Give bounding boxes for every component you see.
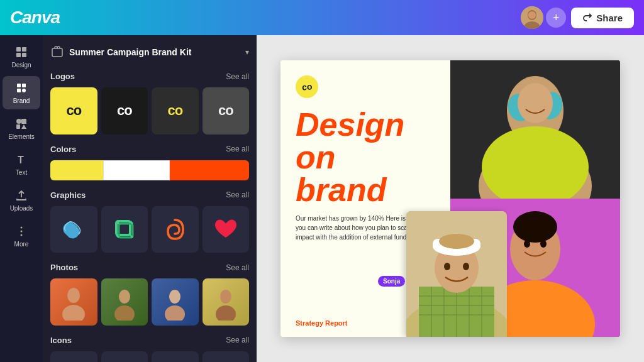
- svg-point-31: [165, 305, 185, 321]
- logo-co-text-4: co: [218, 102, 233, 119]
- headline-line2: on brand: [296, 141, 435, 206]
- sidebar-item-brand[interactable]: Brand: [3, 76, 40, 109]
- brand-panel: Summer Campaign Brand Kit ▾ Logos See al…: [43, 35, 257, 362]
- svg-point-42: [518, 83, 553, 123]
- canvas-area: co Design on brand Our market has grown …: [257, 35, 644, 362]
- logo-item-black[interactable]: co: [101, 87, 148, 134]
- icon-item-document[interactable]: [203, 351, 250, 363]
- photo-item-1[interactable]: [50, 278, 97, 326]
- logos-section-header: Logos See all: [50, 72, 249, 81]
- photos-title: Photos: [50, 263, 78, 272]
- more-icon: [14, 224, 28, 238]
- canvas-top-right-photo: [450, 60, 620, 199]
- sidebar-item-more[interactable]: More: [3, 219, 40, 253]
- app-header: Canva + Share: [0, 0, 644, 35]
- brand-label: Brand: [13, 97, 30, 104]
- svg-point-17: [21, 231, 23, 233]
- add-collaborator-button[interactable]: +: [546, 8, 566, 28]
- chevron-down-icon: ▾: [245, 48, 249, 57]
- design-icon: [14, 45, 28, 59]
- graphics-see-all[interactable]: See all: [226, 190, 249, 199]
- icon-item-heart[interactable]: [101, 351, 148, 363]
- graphics-title: Graphics: [50, 190, 86, 200]
- avatar[interactable]: [521, 6, 543, 29]
- svg-rect-7: [22, 53, 26, 57]
- sidebar-item-uploads[interactable]: Uploads: [3, 184, 40, 217]
- graphic-item-2[interactable]: [101, 206, 148, 253]
- photos-grid: [50, 278, 249, 326]
- canvas-logo-text: co: [301, 81, 313, 92]
- brand-kit-icon: [50, 45, 64, 59]
- sidebar-item-text[interactable]: T Text: [3, 148, 40, 181]
- svg-marker-13: [21, 124, 26, 129]
- photo-item-2[interactable]: [101, 278, 148, 326]
- graphics-grid: [50, 206, 249, 253]
- photo-item-4[interactable]: [203, 278, 250, 326]
- sidebar-item-elements[interactable]: Elements: [3, 112, 40, 145]
- elements-label: Elements: [8, 133, 35, 140]
- svg-rect-9: [22, 84, 26, 87]
- logo-item-darkgray[interactable]: co: [152, 87, 199, 134]
- canvas-logo: co: [296, 75, 435, 98]
- colors-see-all[interactable]: See all: [226, 145, 249, 153]
- svg-rect-19: [52, 48, 62, 57]
- logos-see-all[interactable]: See all: [226, 72, 249, 81]
- headline-line1: Design: [296, 108, 435, 141]
- icons-title: Icons: [50, 336, 72, 345]
- icon-item-arrow[interactable]: [152, 351, 199, 363]
- sidebar-item-design[interactable]: Design: [3, 40, 40, 74]
- svg-point-28: [119, 290, 130, 304]
- icons-see-all[interactable]: See all: [226, 336, 249, 344]
- colors-bar[interactable]: [50, 160, 249, 180]
- share-button[interactable]: Share: [571, 8, 634, 28]
- design-headline: Design on brand: [296, 108, 435, 206]
- color-white: [103, 160, 170, 180]
- svg-point-16: [21, 227, 23, 229]
- svg-point-26: [67, 288, 80, 303]
- svg-point-47: [513, 211, 557, 243]
- text-icon: T: [14, 153, 28, 167]
- svg-rect-8: [17, 84, 21, 87]
- graphics-section-header: Graphics See all: [50, 190, 249, 200]
- photos-see-all[interactable]: See all: [226, 263, 249, 272]
- logos-title: Logos: [50, 72, 75, 81]
- logo-co-text-2: co: [117, 102, 132, 119]
- header-right: + Share: [521, 6, 634, 29]
- uploads-label: Uploads: [10, 205, 33, 212]
- photo-overlay: [406, 211, 507, 337]
- svg-point-64: [439, 234, 474, 249]
- sonja-collaborator-tag: Sonja: [378, 276, 405, 287]
- svg-rect-4: [16, 47, 21, 52]
- logo-co-text-3: co: [167, 102, 182, 119]
- design-footer-text: Strategy Report: [296, 319, 348, 327]
- more-label: More: [14, 241, 29, 248]
- graphic-item-4[interactable]: [203, 206, 250, 253]
- logo-item-medgray[interactable]: co: [203, 87, 250, 134]
- svg-point-18: [21, 234, 23, 236]
- svg-point-27: [62, 305, 85, 321]
- graphic-item-1[interactable]: [50, 206, 97, 253]
- canva-logo: Canva: [10, 8, 60, 28]
- svg-point-29: [114, 305, 135, 321]
- uploads-icon: [14, 189, 28, 202]
- icons-grid: [50, 351, 249, 363]
- color-yellow: [50, 160, 103, 180]
- colors-section-header: Colors See all: [50, 145, 249, 154]
- svg-point-33: [216, 305, 236, 321]
- photos-section-header: Photos See all: [50, 263, 249, 272]
- design-label: Design: [11, 62, 31, 69]
- sidebar-icons: Design Brand Ele: [0, 35, 43, 362]
- icon-item-person[interactable]: [50, 351, 97, 363]
- brand-icon: [14, 81, 28, 95]
- svg-point-49: [540, 240, 547, 248]
- logo-item-yellow[interactable]: co: [50, 87, 97, 134]
- photo-item-3[interactable]: [152, 278, 199, 326]
- design-canvas: co Design on brand Our market has grown …: [280, 60, 620, 337]
- brand-kit-header[interactable]: Summer Campaign Brand Kit ▾: [50, 43, 249, 62]
- graphic-item-3[interactable]: [152, 206, 199, 253]
- svg-rect-6: [16, 53, 21, 57]
- svg-point-66: [463, 263, 469, 270]
- svg-point-48: [524, 240, 530, 248]
- svg-rect-5: [22, 47, 26, 52]
- colors-title: Colors: [50, 145, 76, 154]
